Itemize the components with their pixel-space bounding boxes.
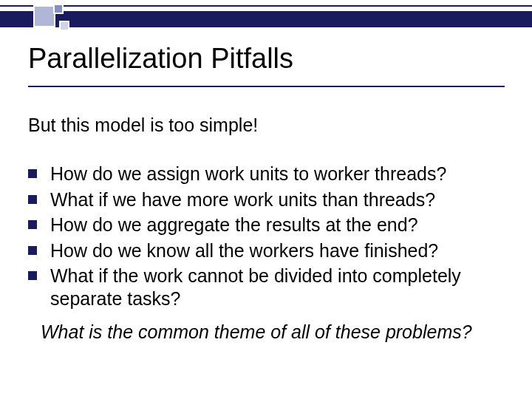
slide-title: Parallelization Pitfalls [28, 43, 293, 75]
bullet-square-icon [28, 246, 37, 255]
bullet-square-icon [28, 195, 37, 204]
bullet-text: How do we aggregate the results at the e… [50, 214, 418, 236]
thin-rule [0, 5, 532, 7]
bullet-text: What if we have more work units than thr… [50, 188, 435, 211]
bullet-text: What if the work cannot be divided into … [50, 265, 501, 310]
bullet-text: How do we assign work units to worker th… [50, 163, 446, 185]
bullet-text: How do we know all the workers have fini… [50, 239, 438, 262]
bullet-item: What if the work cannot be divided into … [28, 265, 501, 310]
bullet-item: How do we assign work units to worker th… [28, 163, 501, 185]
bullet-list: How do we assign work units to worker th… [28, 163, 501, 313]
deco-square-small-1 [53, 4, 64, 14]
bullet-item: What if we have more work units than thr… [28, 188, 501, 211]
deco-square-small-2 [59, 21, 69, 31]
slide-container: Parallelization Pitfalls But this model … [0, 0, 532, 399]
footer-question: What is the common theme of all of these… [41, 321, 472, 343]
bullet-square-icon [28, 220, 37, 229]
bullet-square-icon [28, 169, 37, 178]
bullet-item: How do we know all the workers have fini… [28, 239, 501, 262]
top-decoration [0, 0, 532, 34]
bullet-item: How do we aggregate the results at the e… [28, 214, 501, 236]
slide-subtitle: But this model is too simple! [28, 115, 258, 136]
thick-rule [0, 11, 532, 27]
deco-square-large [33, 5, 55, 27]
title-underline [28, 86, 505, 87]
bullet-square-icon [28, 271, 37, 280]
